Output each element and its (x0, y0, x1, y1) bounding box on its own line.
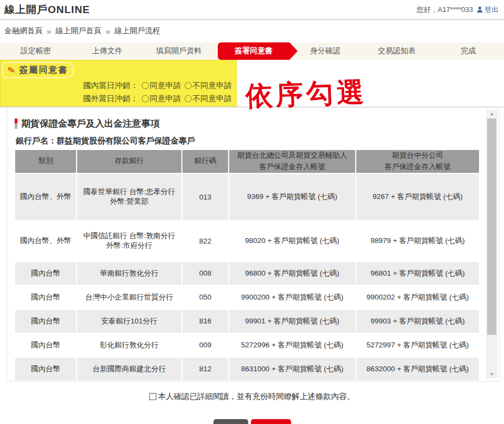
cell-bank-code: 008 (182, 262, 228, 285)
person-icon (476, 6, 483, 13)
foreign-day-trade-row: 國外當日沖銷： 同意申請 不同意申請 (83, 93, 232, 104)
cell-taipei-account: 99901 + 客戶期貨帳號 (七碼) (229, 310, 355, 333)
logout-button[interactable]: 登出 (476, 5, 499, 15)
table-row: 國內台幣、外幣 中國信託銀行 台幣:敦南分行 外幣:市府分行 822 98020… (15, 221, 479, 261)
cell-taipei-account: 98020 + 客戶期貨帳號 (七碼) (229, 221, 355, 261)
header-bank: 存款銀行 (77, 150, 181, 173)
bank-line2: 外幣:營業部 (79, 197, 179, 207)
step-tabs: 設定帳密 上傳文件 填寫開戶資料 簽署同意書 身分確認 交易認知表 完成 (0, 42, 504, 60)
button-row (0, 419, 504, 424)
breadcrumb-home[interactable]: 金融網首頁 (4, 26, 42, 36)
header-taipei-account: 期貨台北總公司及期貨交易輔助人 客戶保證金存入帳號 (229, 150, 355, 173)
confirm-checkbox[interactable] (149, 393, 156, 400)
cell-category: 國內台幣 (15, 262, 76, 285)
scroll-down-icon[interactable]: ▼ (486, 370, 497, 378)
cell-bank-code: 013 (182, 174, 228, 220)
breadcrumb-separator: » (47, 27, 51, 36)
user-greeting: 您好，A17****033 (417, 5, 473, 15)
foreign-disagree-radio[interactable]: 不同意申請 (185, 93, 232, 104)
foreign-disagree-label: 不同意申請 (193, 93, 232, 104)
cell-taichung-account: 5272997 + 客戶期貨帳號 (七碼) (356, 334, 479, 357)
table-row: 國內台幣 華南銀行敦化分行 008 96800 + 客戶期貨帳號 (七碼) 96… (15, 262, 479, 285)
scroll-up-icon[interactable]: ▲ (486, 110, 497, 118)
foreign-agree-radio[interactable]: 同意申請 (142, 93, 181, 104)
breadcrumb-separator: » (105, 27, 110, 36)
margin-account-table: 類別 存款銀行 銀行碼 期貨台北總公司及期貨交易輔助人 客戶保證金存入帳號 期貨… (14, 149, 480, 382)
consent-section-title: 簽屬同意書 (19, 65, 68, 76)
confirm-row: 本人確認已詳細閱讀，並有充份時間瞭解上述條款內容。 (0, 391, 504, 402)
pencil-icon: ✎ (7, 64, 17, 77)
consent-options: 國內當日沖銷： 同意申請 不同意申請 國外當日沖銷： 同意申請 不同意申請 (83, 80, 232, 104)
cell-taipei-account: 9369 + 客戶期貨帳號 (七碼) (229, 174, 355, 220)
cell-bank-code: 816 (182, 310, 228, 333)
domestic-agree-radio[interactable]: 同意申請 (142, 80, 181, 91)
cell-category: 國內台幣 (15, 358, 76, 381)
table-row: 國內台幣 彰化銀行敦化分行 009 5272996 + 客戶期貨帳號 (七碼) … (15, 334, 479, 357)
table-row: 國內台幣 台新國際商銀建北分行 812 8631000 + 客戶期貨帳號 (七碼… (15, 358, 479, 381)
tab-sign-agreement-active[interactable]: 簽署同意書 (218, 42, 289, 60)
header-category: 類別 (15, 150, 76, 173)
next-step-button[interactable] (251, 419, 291, 424)
cell-taichung-account: 9900202 + 客戶期貨帳號 (七碼) (356, 286, 479, 309)
header-taichung-line2: 客戶保證金存入帳號 (358, 161, 477, 173)
tab-complete[interactable]: 完成 (432, 42, 504, 60)
cell-bank-code: 050 (182, 286, 228, 309)
top-header: 線上開戶ONLINE 您好，A17****033 登出 (0, 0, 504, 20)
bank-line1: 中國信託銀行 台幣:敦南分行 (79, 231, 179, 241)
cell-taipei-account: 8631000 + 客戶期貨帳號 (七碼) (229, 358, 355, 381)
breadcrumb: 金融網首頁 » 線上開戶首頁 » 線上開戶流程 (4, 26, 160, 36)
header-taichung-line1: 期貨台中分公司 (358, 150, 477, 161)
tab-fill-account-info[interactable]: 填寫開戶資料 (143, 42, 215, 60)
bank-line1: 安泰銀行101分行 (79, 316, 179, 326)
cell-category: 國內台幣、外幣 (15, 174, 76, 220)
panel-scrollbar[interactable]: ▲ ▼ (486, 110, 497, 378)
domestic-day-trade-row: 國內當日沖銷： 同意申請 不同意申請 (83, 80, 232, 91)
previous-step-button[interactable] (213, 419, 248, 424)
agreement-panel: 期貨保證金專戶及入出金注意事項 銀行戶名：群益期貨股份有限公司客戶保證金專戶 類… (7, 108, 500, 382)
table-row: 國內台幣 安泰銀行101分行 816 99901 + 客戶期貨帳號 (七碼) 9… (15, 310, 479, 333)
radio-circle-icon[interactable] (142, 82, 149, 89)
bank-line1: 台灣中小企業銀行世貿分行 (79, 292, 179, 302)
cell-bank: 國泰世華銀行 台幣:忠孝分行 外幣:營業部 (77, 174, 181, 220)
consent-section-label: ✎ 簽屬同意書 (2, 62, 74, 78)
radio-circle-icon[interactable] (142, 95, 149, 102)
page-title: 線上開戶ONLINE (4, 3, 90, 17)
cell-taipei-account: 96800 + 客戶期貨帳號 (七碼) (229, 262, 355, 285)
annotation-check-in-order: 依序勾選 (245, 74, 368, 115)
cell-category: 國內台幣、外幣 (15, 221, 76, 261)
tab-set-password[interactable]: 設定帳密 (0, 42, 72, 60)
tab-trading-awareness[interactable]: 交易認知表 (361, 42, 433, 60)
notice-heading: 期貨保證金專戶及入出金注意事項 (15, 117, 160, 130)
header-taipei-line2: 客戶保證金存入帳號 (231, 161, 353, 173)
breadcrumb-open-account-flow[interactable]: 線上開戶流程 (115, 26, 160, 36)
tab-upload-documents[interactable]: 上傳文件 (72, 42, 143, 60)
header-bank-code: 銀行碼 (182, 150, 228, 173)
header-taipei-line1: 期貨台北總公司及期貨交易輔助人 (231, 150, 353, 161)
domestic-day-trade-label: 國內當日沖銷： (83, 80, 138, 91)
table-header-row: 類別 存款銀行 銀行碼 期貨台北總公司及期貨交易輔助人 客戶保證金存入帳號 期貨… (15, 150, 479, 173)
radio-circle-icon[interactable] (185, 95, 192, 102)
radio-circle-icon[interactable] (185, 82, 192, 89)
cell-taichung-account: 99903 + 客戶期貨帳號 (七碼) (356, 310, 479, 333)
bank-line1: 台新國際商銀建北分行 (79, 364, 179, 374)
tab-identity-confirm[interactable]: 身分確認 (289, 42, 361, 60)
bank-line1: 彰化銀行敦化分行 (79, 340, 179, 350)
header-taichung-account: 期貨台中分公司 客戶保證金存入帳號 (356, 150, 479, 173)
bank-line1: 國泰世華銀行 台幣:忠孝分行 (79, 187, 179, 197)
bank-line2: 外幣:市府分行 (79, 241, 179, 251)
scrollbar-thumb[interactable] (487, 119, 496, 335)
bank-account-name: 銀行戶名：群益期貨股份有限公司客戶保證金專戶 (16, 136, 195, 146)
foreign-day-trade-label: 國外當日沖銷： (83, 93, 138, 104)
cell-bank: 彰化銀行敦化分行 (77, 334, 181, 357)
cell-bank: 中國信託銀行 台幣:敦南分行 外幣:市府分行 (77, 221, 181, 261)
user-area: 您好，A17****033 登出 (417, 5, 499, 15)
cell-taichung-account: 96801 + 客戶期貨帳號 (七碼) (356, 262, 479, 285)
cell-taipei-account: 9900200 + 客戶期貨帳號 (七碼) (229, 286, 355, 309)
cell-bank: 華南銀行敦化分行 (77, 262, 181, 285)
cell-taichung-account: 8632000 + 客戶期貨帳號 (七碼) (356, 358, 479, 381)
cell-category: 國內台幣 (15, 334, 76, 357)
domestic-disagree-radio[interactable]: 不同意申請 (185, 80, 232, 91)
cell-taipei-account: 5272996 + 客戶期貨帳號 (七碼) (229, 334, 355, 357)
breadcrumb-open-account-home[interactable]: 線上開戶首頁 (55, 26, 101, 36)
domestic-agree-label: 同意申請 (150, 80, 181, 91)
